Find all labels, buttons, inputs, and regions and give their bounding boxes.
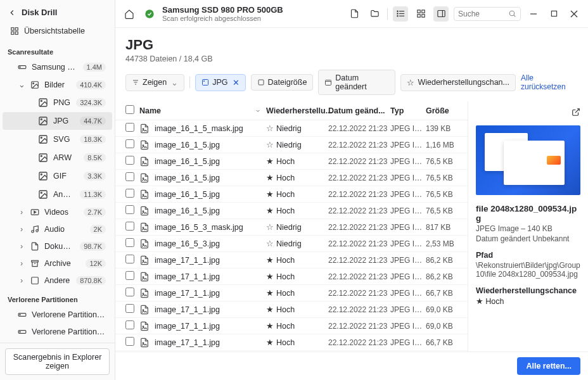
minimize-button[interactable]	[526, 6, 541, 22]
sidebar-item-videos[interactable]: ›Videos2.7K	[3, 204, 112, 220]
sidebar-item-andere[interactable]: ›Andere870.8K	[3, 272, 112, 289]
back-icon[interactable]	[8, 8, 16, 17]
list-view-button[interactable]	[393, 6, 408, 22]
file-view-button[interactable]	[347, 6, 362, 22]
svg-rect-3	[15, 32, 18, 34]
sidebar-item-count: 18.3K	[80, 135, 106, 144]
chip-show[interactable]: Zeigen⌄	[125, 74, 184, 91]
audio-icon	[30, 225, 39, 234]
table-header: Name Wiederherstellu... Datum geänd... T…	[115, 101, 468, 120]
close-button[interactable]	[566, 6, 582, 22]
show-in-explorer-button[interactable]: Scanergebnis in Explorer zeigen	[5, 348, 110, 375]
svg-line-53	[514, 15, 516, 17]
table-row[interactable]: image_16_1_5.jpg ★Hoch 22.12.2022 21:23 …	[115, 153, 468, 170]
sidebar-device[interactable]: Samsung SSD 980 PR... 1.4M	[3, 59, 112, 75]
row-checkbox[interactable]	[125, 320, 134, 329]
file-size: 139 KB	[426, 124, 463, 133]
preview-toggle-button[interactable]	[433, 6, 449, 22]
svg-point-30	[20, 331, 20, 332]
sidebar-item-bilder[interactable]: ⌄ Bilder 410.4K	[3, 76, 112, 93]
row-checkbox[interactable]	[125, 271, 134, 280]
table-row[interactable]: image_17_1_1.jpg ★Hoch 22.12.2022 21:23 …	[115, 252, 468, 269]
col-date[interactable]: Datum geänd...	[328, 106, 390, 115]
jpg-file-icon	[139, 239, 150, 249]
folder-view-button[interactable]	[367, 6, 382, 22]
svg-point-67	[143, 144, 144, 146]
open-external-button[interactable]	[572, 108, 580, 118]
recover-all-button[interactable]: Alle retten...	[517, 357, 580, 375]
row-checkbox[interactable]	[125, 255, 134, 263]
table-row[interactable]: image_16_1_5.jpg ★Hoch 22.12.2022 21:23 …	[115, 203, 468, 219]
svg-point-19	[41, 192, 42, 193]
file-date: 22.12.2022 21:23	[328, 289, 390, 298]
search-input[interactable]	[458, 10, 504, 18]
row-checkbox[interactable]	[125, 288, 134, 296]
chip-size[interactable]: Dateigröße	[251, 74, 314, 91]
row-checkbox[interactable]	[125, 172, 134, 181]
sidebar-item-arw[interactable]: ARW8.5K	[3, 149, 112, 167]
sidebar-item-andere[interactable]: Andere11.3K	[3, 186, 112, 203]
col-size[interactable]: Größe	[426, 106, 463, 115]
sidebar-item-archive[interactable]: ›Archive12K	[3, 255, 112, 272]
select-all-checkbox[interactable]	[125, 105, 134, 114]
table-row[interactable]: image_17_1_1.jpg ★Hoch 22.12.2022 21:23 …	[115, 334, 468, 351]
sidebar-item-count: 11.3K	[80, 190, 106, 199]
chip-label: Wiederherstellungschan...	[418, 78, 509, 87]
row-checkbox[interactable]	[125, 156, 134, 165]
svg-rect-46	[417, 10, 419, 13]
row-checkbox[interactable]	[125, 189, 134, 198]
table-row[interactable]: image_17_1_1.jpg ★Hoch 22.12.2022 21:23 …	[115, 285, 468, 301]
home-button[interactable]	[122, 6, 137, 22]
row-checkbox[interactable]	[125, 123, 134, 132]
row-checkbox[interactable]	[125, 222, 134, 231]
app-header: Disk Drill	[0, 0, 115, 22]
table-row[interactable]: image_16_1_5.jpg ★Hoch 22.12.2022 21:23 …	[115, 186, 468, 203]
row-checkbox[interactable]	[125, 304, 134, 313]
file-date: 22.12.2022 21:23	[328, 256, 390, 265]
table-row[interactable]: image_16_1_5.jpg ☆Niedrig 22.12.2022 21:…	[115, 137, 468, 153]
table-row[interactable]: image_17_1_1.jpg ★Hoch 22.12.2022 21:23 …	[115, 318, 468, 334]
table-row[interactable]: image_16_1_5.jpg ★Hoch 22.12.2022 21:23 …	[115, 170, 468, 186]
file-size: 69,0 KB	[426, 305, 463, 314]
col-name[interactable]: Name	[139, 106, 266, 115]
sidebar-item-dokumente[interactable]: ›Dokumente98.7K	[3, 238, 112, 255]
chip-jpg[interactable]: JPG✕	[195, 74, 245, 91]
sidebar-item-jpg[interactable]: JPG44.7K	[3, 112, 112, 130]
lost-partition-item[interactable]: Verlorene Partition NO NAM...	[3, 324, 112, 340]
page-title: JPG	[125, 37, 578, 53]
sidebar-item-gif[interactable]: GIF3.3K	[3, 167, 112, 185]
reset-filters[interactable]: Alle zurücksetzen	[521, 73, 578, 91]
sidebar-item-audio[interactable]: ›Audio2K	[3, 221, 112, 238]
svg-point-9	[41, 100, 42, 101]
row-checkbox[interactable]	[125, 238, 134, 247]
sidebar-item-png[interactable]: PNG324.3K	[3, 94, 112, 111]
scan-status: Scan erfolgreich abgeschlossen	[162, 15, 283, 22]
chip-recovery[interactable]: ☆Wiederherstellungschan...	[400, 74, 516, 91]
lost-partition-item[interactable]: Verlorene Partition 1 (FAT32)	[3, 307, 112, 323]
table-row[interactable]: image_16_1_5_mask.jpg ☆Niedrig 22.12.202…	[115, 120, 468, 137]
table-row[interactable]: image_16_5_3_mask.jpg ☆Niedrig 22.12.202…	[115, 219, 468, 236]
col-type[interactable]: Typ	[390, 106, 426, 115]
col-recovery[interactable]: Wiederherstellu...	[266, 106, 328, 115]
svg-point-23	[36, 230, 39, 232]
sidebar-item-svg[interactable]: SVG18.3K	[3, 130, 112, 148]
row-checkbox[interactable]	[125, 139, 134, 148]
remove-icon[interactable]: ✕	[233, 78, 240, 87]
sidebar-item-count: 8.5K	[84, 153, 106, 162]
maximize-button[interactable]	[546, 6, 561, 22]
overview-link[interactable]: Übersichtstabelle	[3, 23, 112, 39]
table-row[interactable]: image_16_5_3.jpg ☆Niedrig 22.12.2022 21:…	[115, 236, 468, 252]
table-row[interactable]: image_17_1_1.jpg ★Hoch 22.12.2022 21:23 …	[115, 301, 468, 318]
grid-view-button[interactable]	[413, 6, 428, 22]
row-checkbox[interactable]	[125, 337, 134, 346]
search-box[interactable]	[454, 7, 521, 21]
star-icon: ★	[266, 338, 274, 347]
chip-date[interactable]: Datum geändert	[318, 70, 395, 95]
chip-label: Zeigen	[143, 78, 167, 87]
row-checkbox[interactable]	[125, 205, 134, 214]
svg-point-68	[143, 161, 144, 162]
chevron-right-icon: ›	[18, 242, 25, 251]
recovery-text: Niedrig	[276, 223, 302, 232]
jpg-file-icon	[139, 156, 150, 167]
table-row[interactable]: image_17_1_1.jpg ★Hoch 22.12.2022 21:23 …	[115, 269, 468, 285]
